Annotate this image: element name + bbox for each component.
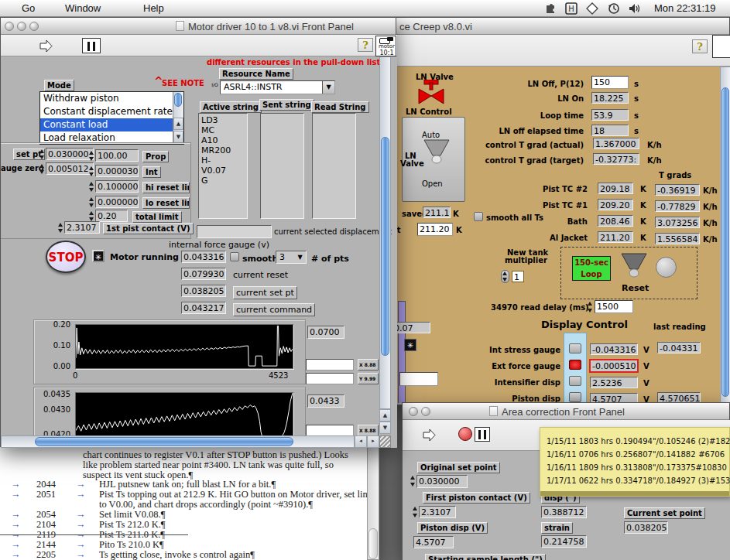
gauge-zero-stepper[interactable] bbox=[39, 163, 46, 175]
first-piston-contact-stepper[interactable] bbox=[412, 506, 419, 518]
lo-reset-field[interactable]: 0.000000 bbox=[95, 196, 139, 208]
mode-item-selected[interactable]: Constant load bbox=[40, 118, 173, 131]
chart2-xscale-field[interactable] bbox=[306, 425, 354, 436]
read-delay-stepper[interactable] bbox=[587, 301, 594, 313]
motor-hscrollbar[interactable] bbox=[1, 435, 355, 448]
smooth-toggle[interactable] bbox=[230, 252, 239, 261]
piston-disp-toggle[interactable] bbox=[569, 392, 581, 402]
chart2-xscale-button[interactable]: X 8.88 bbox=[358, 425, 379, 436]
menu-help[interactable]: Help bbox=[143, 2, 164, 14]
mode-item[interactable]: Constant displacement rate bbox=[40, 105, 173, 118]
scroll-right-icon[interactable]: ▸ bbox=[367, 435, 379, 448]
volume-icon[interactable] bbox=[629, 2, 642, 15]
pause-button[interactable] bbox=[475, 427, 490, 442]
motor-hscrollbar-thumb[interactable] bbox=[35, 437, 293, 446]
input-menu-icon[interactable]: H bbox=[565, 2, 578, 15]
creep-vscrollbar-thumb[interactable] bbox=[721, 87, 729, 397]
run-arrow-icon[interactable] bbox=[39, 39, 53, 53]
area-titlebar[interactable]: Area correction Front Panel cc bbox=[403, 403, 729, 420]
first-piston-contact-field[interactable]: 2.3107 bbox=[419, 506, 456, 518]
hi-reset-stepper[interactable] bbox=[88, 181, 95, 193]
int-field[interactable]: 0.000030 bbox=[95, 165, 139, 177]
original-set-point-field[interactable]: 0.030000 bbox=[416, 475, 468, 488]
doc-vscrollbar-thumb[interactable] bbox=[368, 528, 378, 559]
minimize-button[interactable] bbox=[421, 407, 430, 416]
left-text-field[interactable] bbox=[399, 372, 438, 386]
purple-slider-fragment[interactable] bbox=[398, 301, 406, 403]
chart1-yscale-field[interactable] bbox=[306, 373, 354, 384]
set-pt-stepper[interactable] bbox=[39, 149, 46, 160]
total-limit-field[interactable]: 0.20 bbox=[95, 210, 128, 222]
ln-off-stepper[interactable] bbox=[591, 77, 593, 88]
chart1-xscale-button[interactable]: X 8.88 bbox=[358, 359, 379, 370]
jacket-field[interactable]: 211.20 bbox=[417, 223, 453, 236]
help-button[interactable]: ? bbox=[692, 39, 708, 53]
scroll-up-icon[interactable]: ▲ bbox=[379, 409, 391, 422]
motor-running-indicator[interactable]: ✳ bbox=[92, 250, 105, 262]
new-tank-stepper[interactable] bbox=[501, 270, 509, 283]
scroll-left-icon[interactable]: ◂ bbox=[355, 435, 367, 448]
num-pts-ring[interactable]: 3 ▼ bbox=[276, 251, 307, 264]
chevron-down-icon[interactable]: ▼ bbox=[295, 252, 305, 262]
mode-scrollbar-thumb[interactable] bbox=[174, 93, 182, 107]
gauge-zero-field[interactable]: 0.005012 bbox=[46, 162, 94, 175]
menu-go[interactable]: Go bbox=[22, 2, 35, 14]
hi-reset-field[interactable]: 0.100000 bbox=[95, 180, 139, 193]
sync-icon[interactable] bbox=[608, 2, 621, 15]
int-stress-toggle[interactable] bbox=[569, 343, 581, 353]
chart1-yscale-button[interactable]: Y 9.99 bbox=[358, 373, 379, 384]
scroll-down-icon[interactable]: ▼ bbox=[173, 131, 183, 143]
chart1-xscale-field[interactable] bbox=[306, 359, 354, 370]
smooth-all-checkbox[interactable] bbox=[474, 212, 483, 221]
scroll-up-icon[interactable]: ▲ bbox=[173, 118, 183, 130]
mode-item[interactable]: Withdraw piston bbox=[40, 92, 173, 105]
original-set-point-stepper[interactable] bbox=[410, 475, 416, 487]
new-tank-field[interactable]: 1 bbox=[512, 271, 524, 282]
set-pt-field[interactable]: 0.030000 bbox=[46, 148, 94, 160]
resource-combo[interactable]: ASRL4::INSTR ▼ bbox=[220, 80, 335, 94]
prop-stepper[interactable] bbox=[88, 150, 95, 162]
puzzle-icon[interactable] bbox=[544, 2, 557, 15]
reset-funnel-icon[interactable] bbox=[620, 253, 648, 279]
resize-grip[interactable] bbox=[379, 435, 391, 448]
lo-reset-stepper[interactable] bbox=[88, 196, 95, 208]
ln-off-field[interactable]: 150 bbox=[591, 76, 629, 89]
mode-listbox[interactable]: Withdraw piston Constant displacement ra… bbox=[39, 91, 184, 145]
pause-button[interactable] bbox=[82, 38, 101, 53]
loop-150sec-button[interactable]: 150-secLoop bbox=[572, 256, 611, 281]
selected-displacement-field[interactable] bbox=[197, 225, 272, 238]
help-button[interactable]: ? bbox=[358, 38, 373, 52]
creep-vscrollbar[interactable] bbox=[720, 67, 730, 403]
active-string-list[interactable]: LD3MCA10MR200H-V0.07G bbox=[198, 113, 248, 219]
creep-vi-icon[interactable] bbox=[712, 35, 730, 58]
minimize-button[interactable] bbox=[17, 22, 26, 31]
mode-scrollbar[interactable]: ▲ ▼ bbox=[173, 92, 183, 144]
close-button[interactable] bbox=[5, 22, 14, 31]
contact-stepper[interactable] bbox=[57, 222, 64, 234]
menu-window[interactable]: Window bbox=[65, 2, 101, 14]
stop-button[interactable]: STOP bbox=[46, 241, 86, 273]
creep-titlebar[interactable]: ce Creep v8.0.vi bbox=[392, 18, 729, 35]
abort-button[interactable] bbox=[458, 427, 472, 441]
intensifier-toggle[interactable] bbox=[569, 376, 581, 386]
close-button[interactable] bbox=[409, 407, 418, 416]
run-arrow-icon[interactable] bbox=[423, 429, 437, 442]
motor-vscrollbar[interactable] bbox=[379, 56, 391, 409]
scroll-down-icon[interactable]: ▼ bbox=[379, 422, 391, 434]
sent-string-list[interactable] bbox=[260, 113, 304, 219]
read-delay-field[interactable]: 1500 bbox=[595, 300, 633, 313]
contact-field[interactable]: 2.3107 bbox=[64, 221, 100, 234]
ext-force-toggle[interactable] bbox=[569, 360, 581, 370]
int-stepper[interactable] bbox=[88, 166, 95, 177]
read-string-list[interactable] bbox=[312, 113, 356, 219]
motor-titlebar[interactable]: Motor driver 10 to 1 v8.vi Front Panel bbox=[1, 18, 396, 35]
prop-field[interactable]: 100.00 bbox=[95, 149, 139, 162]
zoom-button[interactable] bbox=[29, 22, 39, 31]
spotlight-icon[interactable] bbox=[586, 2, 599, 15]
motor-vscrollbar-thumb[interactable] bbox=[381, 137, 389, 356]
chevron-down-icon[interactable]: ▼ bbox=[322, 81, 334, 94]
total-limit-stepper[interactable] bbox=[88, 210, 95, 222]
motor-vi-icon[interactable]: motor 10:1 bbox=[375, 36, 396, 56]
reset-button[interactable] bbox=[656, 257, 677, 278]
doc-vscrollbar[interactable] bbox=[367, 447, 379, 560]
